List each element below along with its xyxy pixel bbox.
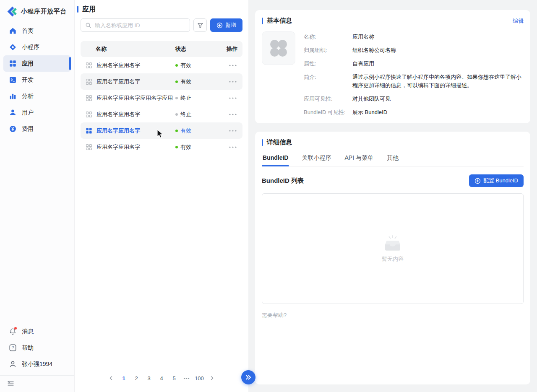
basic-info-fields: 名称:应用名称归属组织:组织名称公司名称属性:自有应用简介:通过示例小程序快速了… — [304, 31, 524, 117]
double-chevron-right-icon — [245, 374, 252, 381]
field-value: 组织名称公司名称 — [352, 46, 524, 55]
sidebar-item-分析[interactable]: 分析 — [3, 88, 71, 104]
search-icon — [85, 22, 91, 29]
pagination-ellipsis[interactable]: ••• — [182, 373, 192, 383]
more-actions-button[interactable] — [229, 97, 237, 99]
sidebar-item-帮助[interactable]: ?帮助 — [3, 340, 71, 356]
need-help-link[interactable]: 需要帮助? — [262, 312, 524, 319]
row-actions-cell — [212, 65, 242, 66]
tab-其他[interactable]: 其他 — [386, 151, 399, 166]
search-box[interactable] — [81, 18, 190, 32]
tab-BundleID[interactable]: BundleID — [262, 151, 289, 166]
title-marker — [77, 6, 78, 13]
tab-关联小程序[interactable]: 关联小程序 — [301, 151, 332, 166]
sidebar-item-张小强1994[interactable]: 张小强1994 — [3, 356, 71, 372]
panel-title-row: 应用 — [77, 0, 242, 18]
grid-outline-icon — [86, 95, 92, 101]
edit-link[interactable]: 编辑 — [513, 17, 524, 25]
row-name-cell: 应用名字应用名字 — [81, 62, 175, 69]
more-actions-button[interactable] — [229, 130, 237, 132]
column-name-header: 名称 — [81, 45, 175, 53]
table-row[interactable]: 应用名字应用名字有效 — [81, 122, 242, 139]
filter-button[interactable] — [193, 18, 207, 32]
sidebar-item-首页[interactable]: 首页 — [3, 23, 71, 39]
filter-icon — [197, 22, 203, 29]
expand-panel-button[interactable] — [241, 370, 255, 384]
status-label: 有效 — [180, 127, 191, 135]
pagination-page-2[interactable]: 2 — [132, 373, 141, 383]
add-app-button[interactable]: 新增 — [210, 18, 242, 32]
field-value: 应用名称 — [352, 33, 524, 41]
table-row[interactable]: 应用名字应用名字有效 — [81, 139, 242, 155]
dev-icon — [9, 76, 16, 83]
collapse-sidebar-icon[interactable] — [7, 380, 14, 387]
basic-info-card: 基本信息 编辑 名称:应用名称归属组织:组织名称公司名称属性:自有应用简介:通过… — [255, 10, 530, 123]
details-title-wrap: 详细信息 — [262, 138, 292, 146]
info-field-row: BundleID 可见性:展示 BundleID — [304, 108, 524, 117]
sidebar-item-label: 费用 — [22, 125, 34, 133]
pagination-page-3[interactable]: 3 — [144, 373, 154, 383]
details-header: 详细信息 — [262, 138, 524, 146]
grid-outline-icon — [86, 62, 92, 69]
grid-outline-icon — [86, 78, 92, 85]
sidebar-item-label: 消息 — [22, 328, 34, 335]
more-actions-button[interactable] — [229, 146, 237, 148]
apps-icon — [9, 60, 16, 67]
sidebar-item-label: 首页 — [22, 27, 34, 35]
pagination-next-button[interactable] — [207, 373, 217, 383]
table-row[interactable]: 应用名字应用名字终止 — [81, 106, 242, 122]
sidebar-item-用户[interactable]: 用户 — [3, 104, 71, 121]
status-dot — [175, 64, 178, 67]
pagination-page-4[interactable]: 4 — [157, 373, 167, 383]
pagination-prev-button[interactable] — [107, 373, 116, 383]
status-label: 终止 — [180, 94, 191, 102]
sidebar-item-开发[interactable]: 开发 — [3, 72, 71, 88]
pagination-page-100[interactable]: 100 — [195, 373, 204, 383]
table-row[interactable]: 应用名字应用名字有效 — [81, 73, 242, 90]
column-status-header: 状态 — [175, 45, 212, 53]
grid-outline-icon — [86, 144, 92, 151]
info-field-row: 归属组织:组织名称公司名称 — [304, 46, 524, 55]
row-status-cell: 有效 — [175, 143, 212, 151]
notification-badge-dot — [14, 327, 17, 330]
status-label: 终止 — [180, 111, 191, 118]
page-title: 应用 — [82, 5, 96, 14]
sidebar-item-应用[interactable]: 应用 — [3, 55, 71, 72]
pagination-page-5[interactable]: 5 — [169, 373, 179, 383]
sidebar-nav: 首页小程序应用开发分析用户费用 — [0, 23, 74, 137]
config-bundleid-button[interactable]: 配置 BundleID — [469, 174, 524, 187]
sidebar-item-label: 小程序 — [22, 44, 39, 51]
basic-info-title: 基本信息 — [267, 17, 292, 25]
sidebar: 小程序开放平台 首页小程序应用开发分析用户费用 消息?帮助张小强1994 — [0, 0, 75, 392]
app-name: 应用名字应用名字 — [96, 78, 140, 86]
sidebar-item-消息[interactable]: 消息 — [3, 323, 71, 340]
row-name-cell: 应用名字应用名字 — [81, 127, 175, 135]
miniprogram-icon — [9, 44, 16, 51]
search-input[interactable] — [95, 22, 185, 29]
sidebar-spacer — [0, 137, 74, 323]
pagination-page-1[interactable]: 1 — [119, 373, 129, 383]
more-actions-button[interactable] — [229, 65, 237, 66]
toolbar: 新增 — [81, 18, 242, 32]
sidebar-item-label: 分析 — [22, 93, 34, 100]
row-status-cell: 有效 — [175, 78, 212, 86]
bundleid-list-title: BundleID 列表 — [262, 177, 304, 185]
more-dots-icon — [229, 65, 237, 66]
table-row[interactable]: 应用名字应用名字有效 — [81, 57, 242, 73]
sidebar-item-费用[interactable]: 费用 — [3, 121, 71, 137]
user-outline-icon — [9, 361, 16, 368]
sidebar-footer-nav: 消息?帮助张小强1994 — [0, 323, 74, 372]
more-dots-icon — [229, 130, 237, 132]
tab-API 与菜单[interactable]: API 与菜单 — [344, 151, 374, 166]
more-actions-button[interactable] — [229, 81, 237, 83]
sidebar-item-label: 开发 — [22, 76, 34, 84]
row-name-cell: 应用名字应用名字 — [81, 78, 175, 86]
status-dot — [175, 130, 178, 132]
row-actions-cell — [212, 146, 242, 148]
more-actions-button[interactable] — [229, 114, 237, 115]
table-row[interactable]: 应用名字应用名字应用名字应用终止 — [81, 90, 242, 106]
basic-info-body: 名称:应用名称归属组织:组织名称公司名称属性:自有应用简介:通过示例小程序快速了… — [262, 31, 524, 117]
platform-logo-icon — [6, 6, 18, 17]
sidebar-item-小程序[interactable]: 小程序 — [3, 39, 71, 55]
app-name: 应用名字应用名字 — [96, 62, 140, 69]
